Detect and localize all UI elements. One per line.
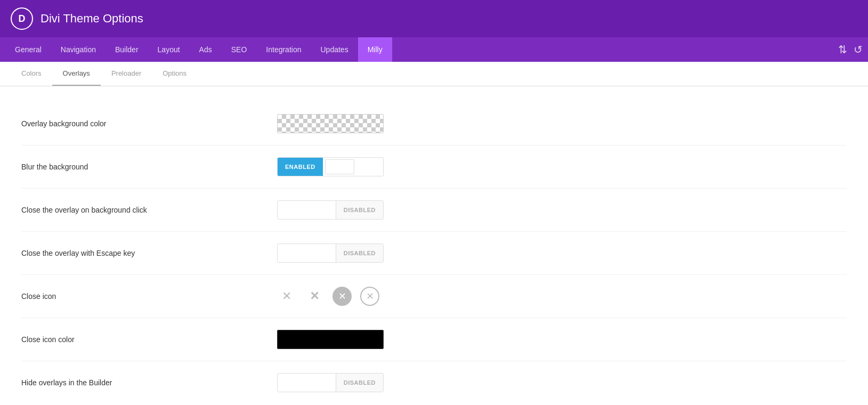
nav-builder[interactable]: Builder <box>106 37 148 62</box>
toggle-off-area-hide[interactable] <box>278 374 336 392</box>
close-icon-outline[interactable]: ✕ <box>360 287 379 306</box>
nav-ads[interactable]: Ads <box>190 37 222 62</box>
color-picker-transparent[interactable] <box>277 114 384 133</box>
row-hide-overlays: Hide overlays in the Builder DISABLED <box>21 361 847 404</box>
main-content: Overlay background color Blur the backgr… <box>0 86 868 405</box>
label-close-icon-color: Close icon color <box>21 335 277 344</box>
subnav-colors[interactable]: Colors <box>11 62 52 86</box>
nav-general[interactable]: General <box>5 37 51 62</box>
app-header: D Divi Theme Options <box>0 0 868 37</box>
row-close-icon-color: Close icon color <box>21 318 847 361</box>
row-close-bg-click: Close the overlay on background click DI… <box>21 189 847 232</box>
nav-updates[interactable]: Updates <box>311 37 358 62</box>
close-icon-filled[interactable]: ✕ <box>332 287 352 306</box>
nav-integration[interactable]: Integration <box>256 37 311 62</box>
primary-nav: General Navigation Builder Layout Ads SE… <box>0 37 868 62</box>
row-blur-bg: Blur the background ENABLED <box>21 145 847 189</box>
control-overlay-bg-color <box>277 114 384 133</box>
app-title: Divi Theme Options <box>40 12 143 26</box>
nav-seo[interactable]: SEO <box>222 37 257 62</box>
label-blur-bg: Blur the background <box>21 163 277 171</box>
toggle-off-area-escape[interactable] <box>278 244 336 262</box>
control-close-bg-click: DISABLED <box>277 200 384 220</box>
row-close-icon: Close icon ✕ ✕ ✕ ✕ <box>21 275 847 318</box>
toggle-disabled-label: DISABLED <box>336 201 383 219</box>
row-overlay-bg-color: Overlay background color <box>21 102 847 145</box>
toggle-enabled-label: ENABLED <box>278 158 323 176</box>
toggle-off-area[interactable] <box>278 201 336 219</box>
control-blur-bg: ENABLED <box>277 157 384 176</box>
sub-nav: Colors Overlays Preloader Options <box>0 62 868 86</box>
close-icon-plain[interactable]: ✕ <box>277 287 296 306</box>
nav-milly[interactable]: Milly <box>358 37 392 62</box>
label-overlay-bg-color: Overlay background color <box>21 119 277 128</box>
toggle-close-bg-click[interactable]: DISABLED <box>277 200 384 220</box>
nav-navigation[interactable]: Navigation <box>51 37 106 62</box>
control-close-icon-color <box>277 330 384 349</box>
reset-button[interactable]: ↺ <box>854 43 863 56</box>
close-icon-options: ✕ ✕ ✕ ✕ <box>277 287 379 306</box>
subnav-overlays[interactable]: Overlays <box>52 62 101 86</box>
app-logo: D <box>11 7 33 30</box>
control-hide-overlays: DISABLED <box>277 373 384 392</box>
label-close-escape: Close the overlay with Escape key <box>21 249 277 257</box>
nav-layout[interactable]: Layout <box>148 37 190 62</box>
color-picker-black[interactable] <box>277 330 384 349</box>
toggle-disabled-label-escape: DISABLED <box>336 244 383 262</box>
subnav-options[interactable]: Options <box>152 62 197 86</box>
label-close-icon: Close icon <box>21 292 277 301</box>
subnav-preloader[interactable]: Preloader <box>101 62 152 86</box>
toggle-blur-bg[interactable]: ENABLED <box>277 157 384 176</box>
toggle-hide-overlays[interactable]: DISABLED <box>277 373 384 392</box>
toggle-disabled-label-hide: DISABLED <box>336 374 383 392</box>
row-close-escape: Close the overlay with Escape key DISABL… <box>21 232 847 275</box>
nav-actions: ⇅ ↺ <box>838 43 863 56</box>
sort-button[interactable]: ⇅ <box>838 43 847 56</box>
label-hide-overlays: Hide overlays in the Builder <box>21 378 277 387</box>
toggle-input-field[interactable] <box>325 159 354 174</box>
control-close-escape: DISABLED <box>277 244 384 263</box>
close-icon-bold[interactable]: ✕ <box>305 287 324 306</box>
label-close-bg-click: Close the overlay on background click <box>21 206 277 214</box>
control-close-icon: ✕ ✕ ✕ ✕ <box>277 287 379 306</box>
toggle-close-escape[interactable]: DISABLED <box>277 244 384 263</box>
